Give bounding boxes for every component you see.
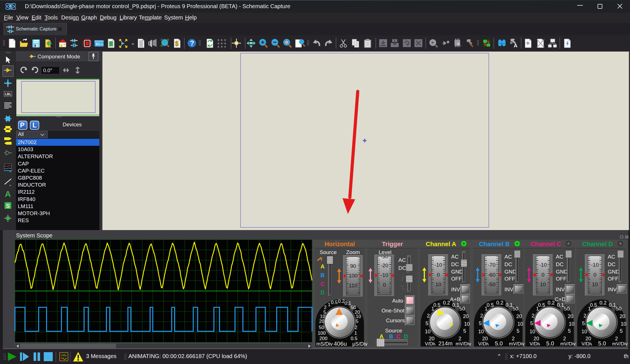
svg-text:$: $ xyxy=(175,40,179,47)
svg-text:S: S xyxy=(6,202,10,209)
svg-text:01: 01 xyxy=(100,43,104,46)
svg-text:LBL: LBL xyxy=(5,92,11,96)
svg-text:?: ? xyxy=(190,39,194,47)
svg-text:A: A xyxy=(514,43,517,48)
svg-text:A: A xyxy=(5,189,11,198)
svg-text:01: 01 xyxy=(96,42,100,47)
